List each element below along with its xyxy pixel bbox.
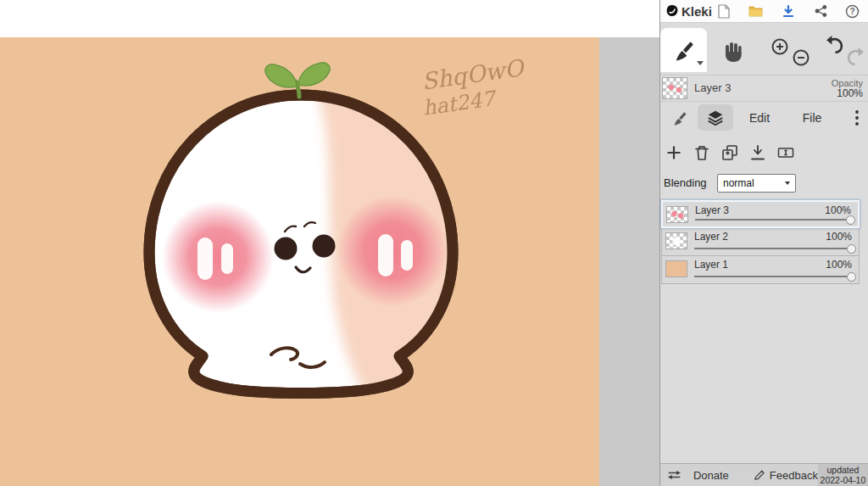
left-cheek bbox=[162, 201, 274, 313]
workspace: ShqOwO hat247 bbox=[0, 0, 659, 486]
panel-tabs: Edit File bbox=[660, 103, 868, 132]
tab-edit[interactable]: Edit bbox=[733, 104, 786, 131]
blending-value: normal bbox=[723, 175, 754, 192]
download-icon[interactable] bbox=[781, 4, 795, 19]
layer-name: Layer 1 bbox=[694, 259, 728, 271]
kleki-logo-icon bbox=[665, 4, 679, 18]
tab-brush-settings[interactable] bbox=[662, 104, 698, 131]
undo-button[interactable] bbox=[824, 35, 845, 56]
layer-opacity-value: 100% bbox=[826, 231, 852, 243]
layers-tab-icon bbox=[706, 109, 725, 127]
rename-icon bbox=[776, 143, 795, 162]
duplicate-icon bbox=[721, 143, 739, 162]
select-arrow-icon bbox=[785, 182, 790, 185]
brush-options-chevron-icon[interactable] bbox=[697, 61, 704, 65]
layer-row-1[interactable]: Layer 1 100% bbox=[661, 256, 860, 284]
opacity-value: 100% bbox=[832, 88, 863, 99]
layer-opacity-slider[interactable] bbox=[694, 248, 847, 249]
new-file-icon[interactable] bbox=[716, 4, 731, 19]
layer-opacity-knob[interactable] bbox=[846, 215, 855, 225]
rename-layer-button[interactable] bbox=[774, 141, 798, 165]
layer-opacity-knob[interactable] bbox=[847, 272, 856, 282]
hand-tool-button[interactable] bbox=[714, 31, 753, 70]
kleki-app: ShqOwO hat247 bbox=[0, 0, 868, 486]
kebab-menu-icon[interactable] bbox=[846, 104, 868, 131]
workspace-top-strip bbox=[0, 0, 659, 37]
updated-info: updated 2022-04-10 bbox=[818, 464, 868, 486]
left-eye bbox=[275, 237, 298, 260]
blending-row: Blending normal bbox=[660, 171, 868, 195]
header-icons: ? bbox=[716, 4, 860, 19]
remove-layer-button[interactable] bbox=[690, 141, 714, 165]
layer-opacity-knob[interactable] bbox=[847, 244, 856, 254]
feedback-link[interactable]: Feedback bbox=[753, 468, 818, 482]
pencil-icon bbox=[753, 468, 765, 482]
sidebar-footer: Donate Feedback updated 2022-04-10 bbox=[660, 463, 868, 486]
layer-actions bbox=[660, 137, 868, 168]
tab-file[interactable]: File bbox=[786, 104, 838, 131]
duplicate-layer-button[interactable] bbox=[718, 141, 742, 165]
open-folder-icon[interactable] bbox=[748, 4, 763, 19]
layer-opacity-value: 100% bbox=[825, 204, 851, 216]
layer-row-2[interactable]: Layer 2 100% bbox=[661, 228, 860, 256]
undo-icon bbox=[824, 35, 845, 56]
blending-select[interactable]: normal bbox=[717, 174, 796, 193]
brush-tab-icon bbox=[672, 110, 687, 126]
share-icon[interactable] bbox=[813, 4, 827, 19]
layer-opacity-slider[interactable] bbox=[694, 276, 847, 277]
layer-opacity-slider[interactable] bbox=[695, 219, 846, 221]
updated-date: 2022-04-10 bbox=[821, 475, 866, 485]
layer-row-3[interactable]: Layer 3 100% bbox=[661, 200, 860, 228]
layer-list: Layer 3 100% Layer 2 100% Layer 1 100% bbox=[661, 200, 860, 284]
layer-1-thumbnail bbox=[665, 260, 687, 277]
add-layer-button[interactable] bbox=[662, 141, 686, 165]
blending-label: Blending bbox=[664, 171, 707, 195]
right-eye bbox=[313, 235, 336, 258]
canvas[interactable]: ShqOwO hat247 bbox=[0, 37, 599, 486]
swap-icon[interactable] bbox=[667, 469, 682, 481]
redo-button[interactable] bbox=[845, 47, 866, 68]
sidebar: Kleki bbox=[659, 0, 868, 486]
layer-name: Layer 2 bbox=[694, 231, 728, 243]
current-layer-name: Layer 3 bbox=[694, 75, 731, 101]
plus-icon bbox=[665, 143, 683, 162]
layer-2-thumbnail bbox=[665, 232, 687, 249]
brush-icon bbox=[673, 39, 695, 61]
layer-opacity-value: 100% bbox=[826, 259, 852, 271]
feedback-label: Feedback bbox=[770, 469, 818, 482]
current-layer-thumbnail[interactable] bbox=[662, 77, 687, 99]
kleki-logo[interactable]: Kleki bbox=[665, 4, 712, 19]
current-layer-preview: Layer 3 Opacity 100% bbox=[660, 75, 868, 102]
donate-link[interactable]: Donate bbox=[693, 469, 729, 482]
hand-icon bbox=[722, 39, 744, 63]
artwork: ShqOwO hat247 bbox=[0, 37, 599, 486]
svg-text:?: ? bbox=[849, 7, 854, 16]
merge-down-icon bbox=[748, 143, 767, 162]
redo-icon bbox=[845, 47, 866, 68]
layer-3-thumbnail bbox=[666, 206, 688, 223]
updated-label: updated bbox=[826, 465, 859, 475]
zoom-in-icon bbox=[771, 37, 789, 56]
layer-opacity-readout: Opacity 100% bbox=[832, 78, 863, 99]
app-title: Kleki bbox=[682, 4, 712, 19]
help-icon[interactable]: ? bbox=[845, 4, 860, 19]
zoom-in-button[interactable] bbox=[771, 37, 789, 56]
brush-tool-button[interactable] bbox=[660, 28, 707, 72]
merge-layer-button[interactable] bbox=[746, 141, 770, 165]
zoom-out-button[interactable] bbox=[792, 48, 810, 67]
trash-icon bbox=[693, 143, 711, 162]
zoom-out-icon bbox=[792, 48, 810, 67]
app-header: Kleki bbox=[660, 0, 868, 23]
tab-layers[interactable] bbox=[698, 104, 733, 131]
layer-name: Layer 3 bbox=[695, 204, 729, 216]
